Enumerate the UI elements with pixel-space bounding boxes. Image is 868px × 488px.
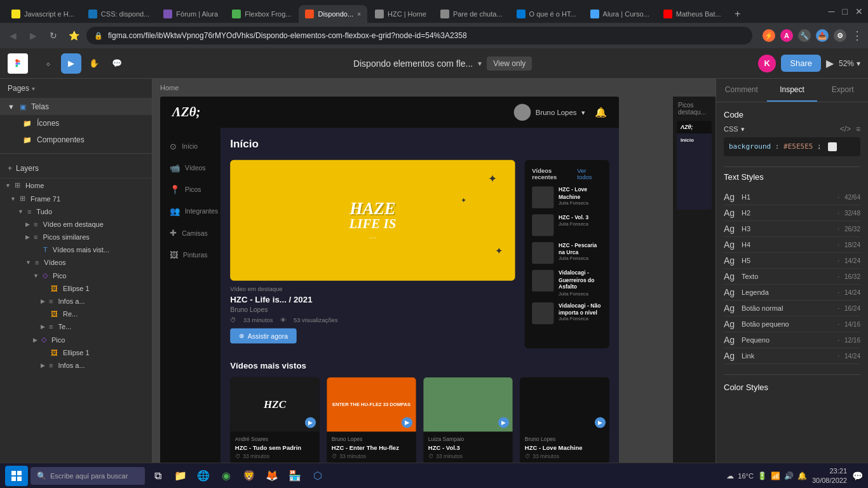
browser-tab-flexbox[interactable]: Flexbox Frog...	[226, 5, 297, 23]
hzc-recent-item-4[interactable]: Vidalocagi - Guerreiros do Asfalto Julia…	[532, 270, 602, 297]
nav-home-button[interactable]: ⭐	[66, 28, 81, 43]
layer-video-destaque[interactable]: ▶ ≡ Vídeo em destaque	[0, 218, 152, 231]
text-style-h3[interactable]: Ag H3 · 26/32	[724, 221, 860, 237]
taskbar-icon-task-view[interactable]: ⧉	[147, 466, 168, 486]
file-menu-chevron[interactable]: ▾	[478, 59, 482, 68]
nav-more-button[interactable]: ⋮	[851, 29, 863, 43]
taskbar-icon-brave[interactable]: 🦁	[239, 466, 259, 486]
text-style-link[interactable]: Ag Link · 14/24	[724, 348, 860, 364]
nav-refresh-button[interactable]: ↻	[46, 28, 61, 43]
extension-icon-1[interactable]: ⚡	[763, 29, 775, 42]
text-style-pequeno[interactable]: Ag Pequeno · 12/16	[724, 332, 860, 348]
layer-picos-similares[interactable]: ▶ ≡ Picos similares	[0, 231, 152, 243]
text-style-h4[interactable]: Ag H4 · 18/24	[724, 237, 860, 253]
page-item-telas[interactable]: ▼ ▣ Telas	[0, 98, 152, 115]
layer-re[interactable]: 🖼 Re...	[0, 308, 152, 320]
layer-ellipse-1[interactable]: 🖼 Ellipse 1	[0, 282, 152, 295]
layer-pico-1[interactable]: ▼ ◇ Pico	[0, 269, 152, 282]
taskbar-icon-vscode[interactable]: ⬡	[308, 466, 328, 486]
browser-tab-forum[interactable]: Fórum | Alura	[157, 5, 224, 23]
browser-tab-matheus[interactable]: Matheus Bat...	[657, 5, 728, 23]
taskbar-icon-firefox[interactable]: 🦊	[262, 466, 282, 486]
tab-inspect[interactable]: Inspect	[767, 79, 818, 102]
text-style-h5[interactable]: Ag H5 · 14/24	[724, 253, 860, 269]
taskbar-icon-explorer[interactable]: 📁	[170, 466, 191, 486]
layer-home[interactable]: ▼ ⊞ Home	[0, 179, 152, 192]
taskbar-notification-center[interactable]: 💬	[852, 471, 863, 481]
tab-export[interactable]: Export	[817, 79, 868, 102]
close-button[interactable]: ✕	[855, 6, 863, 17]
hzc-watch-button[interactable]: ⊕ Assistir agora	[230, 329, 296, 344]
hzc-video-card-3[interactable]: ▶ Luiza Sampaio HZC - Vol.3 ⏱	[423, 377, 513, 464]
tab-comment[interactable]: Comment	[716, 79, 767, 102]
hzc-video-card-2[interactable]: ENTER THE HU-FLEZ 33 DOMPAS ▶ Bruno Lope…	[327, 377, 416, 464]
minimize-button[interactable]: ─	[829, 6, 835, 17]
text-style-botao-pequeno[interactable]: Ag Botão pequeno · 14/16	[724, 316, 860, 332]
hzc-recent-item-1[interactable]: HZC - Love Machine Julia Fonseca	[532, 187, 602, 208]
nav-back-button[interactable]: ◀	[5, 28, 20, 43]
tab-close-figma[interactable]: ×	[357, 11, 361, 18]
hzc-nav-integrantes[interactable]: 👥 Integrantes	[160, 200, 220, 222]
layer-pico2-chevron: ▶	[33, 337, 37, 343]
hzc-nav-pinturas[interactable]: 🖼 Pinturas	[160, 244, 220, 266]
breadcrumb: Home	[160, 84, 179, 92]
page-item-icones[interactable]: 📁 Ícones	[0, 115, 152, 132]
restore-button[interactable]: □	[843, 6, 848, 17]
taskbar-icon-store[interactable]: 🏪	[285, 466, 305, 486]
taskbar-icon-chrome[interactable]: ◉	[216, 466, 236, 486]
hzc-nav-inicio[interactable]: ⊙ Início	[160, 135, 220, 157]
text-style-legenda[interactable]: Ag Legenda · 14/24	[724, 285, 860, 301]
browser-tab-oque[interactable]: O que é o HT...	[510, 5, 583, 23]
layer-ellipse-1b[interactable]: 🖼 Ellipse 1	[0, 346, 152, 359]
layer-infos-a[interactable]: ▶ ≡ Infos a...	[0, 295, 152, 308]
layer-pico-2[interactable]: ▶ ◇ Pico	[0, 333, 152, 346]
new-tab-button[interactable]: +	[729, 5, 747, 23]
browser-tab-hzc[interactable]: HZC | Home	[369, 5, 433, 23]
figma-logo[interactable]	[8, 53, 28, 74]
play-button[interactable]: ▶	[826, 57, 834, 69]
hzc-nav-videos[interactable]: 📹 Vídeos	[160, 157, 220, 179]
page-item-componentes[interactable]: 📁 Componentes	[0, 132, 152, 148]
browser-tab-parede[interactable]: Pare de chuta...	[434, 5, 509, 23]
extension-icon-2[interactable]: A	[780, 29, 793, 42]
layer-te[interactable]: ▶ ≡ Te...	[0, 320, 152, 333]
browser-tab-js[interactable]: Javascript e H...	[5, 5, 81, 23]
text-style-h1[interactable]: Ag H1 · 42/64	[724, 189, 860, 205]
extension-icon-4[interactable]: 📥	[816, 29, 829, 42]
taskbar-search[interactable]: 🔍 Escribe aquí para buscar	[31, 467, 145, 485]
layer-frame71[interactable]: ▼ ⊞ Frame 71	[0, 192, 152, 205]
start-button[interactable]	[5, 466, 28, 486]
layer-videos[interactable]: ▼ ≡ Vídeos	[0, 256, 152, 269]
tool-move[interactable]: ▶	[61, 53, 81, 74]
text-style-h2[interactable]: Ag H2 · 32/48	[724, 205, 860, 221]
nav-forward-button[interactable]: ▶	[25, 28, 41, 43]
hzc-video-card-1[interactable]: HZC ▶ André Soares HZC - Tudo sem Padrin	[230, 377, 320, 464]
browser-tab-css[interactable]: CSS: dispond...	[82, 5, 156, 23]
hzc-nav-picos[interactable]: 📍 Picos	[160, 179, 220, 200]
css-language-selector[interactable]: CSS ▾	[724, 125, 745, 133]
tool-hand[interactable]: ✋	[84, 53, 104, 74]
share-button[interactable]: Share	[781, 55, 821, 72]
extension-icon-5[interactable]: ⚙	[834, 29, 846, 42]
layer-tudo[interactable]: ▼ ≡ Tudo	[0, 205, 152, 218]
inspect-code-copy-icon[interactable]: ≡	[856, 125, 860, 133]
browser-tab-figma[interactable]: Dispondo... ×	[299, 5, 367, 23]
tool-comment[interactable]: 💬	[107, 53, 127, 74]
hzc-recent-item-2[interactable]: HZC - Vol. 3 Julia Fonseca	[532, 214, 602, 236]
address-bar[interactable]: 🔒 figma.com/file/ibWktwVpnog76rMYOdVhks/…	[86, 27, 752, 44]
browser-tab-alura[interactable]: Alura | Curso...	[584, 5, 656, 23]
hzc-recent-item-3[interactable]: HZC - Pescaria na Urca Julia Fonseca	[532, 242, 602, 264]
layer-videos-mais-vist[interactable]: T Vídeos mais vist...	[0, 243, 152, 256]
text-style-botao-normal[interactable]: Ag Botão normal · 16/24	[724, 301, 860, 316]
sidebar-divider	[0, 153, 152, 154]
hzc-nav-camisas[interactable]: ✚ Camisas	[160, 222, 220, 244]
taskbar-icon-edge[interactable]: 🌐	[193, 466, 214, 486]
inspect-code-view-icon[interactable]: </>	[840, 125, 851, 133]
extension-icon-3[interactable]: 🔧	[798, 29, 811, 42]
text-style-texto[interactable]: Ag Texto · 16/32	[724, 269, 860, 285]
tool-select[interactable]: ⬦	[38, 53, 58, 74]
hzc-recent-link[interactable]: Ver todos	[577, 167, 602, 180]
hzc-video-card-4[interactable]: ▶ Bruno Lopes HZC - Love Machine ⏱	[520, 377, 609, 464]
hzc-recent-item-5[interactable]: Vidalocagi - Não importa o nível Julia F…	[532, 302, 602, 324]
layer-infos-b[interactable]: ▶ ≡ Infos a...	[0, 359, 152, 372]
